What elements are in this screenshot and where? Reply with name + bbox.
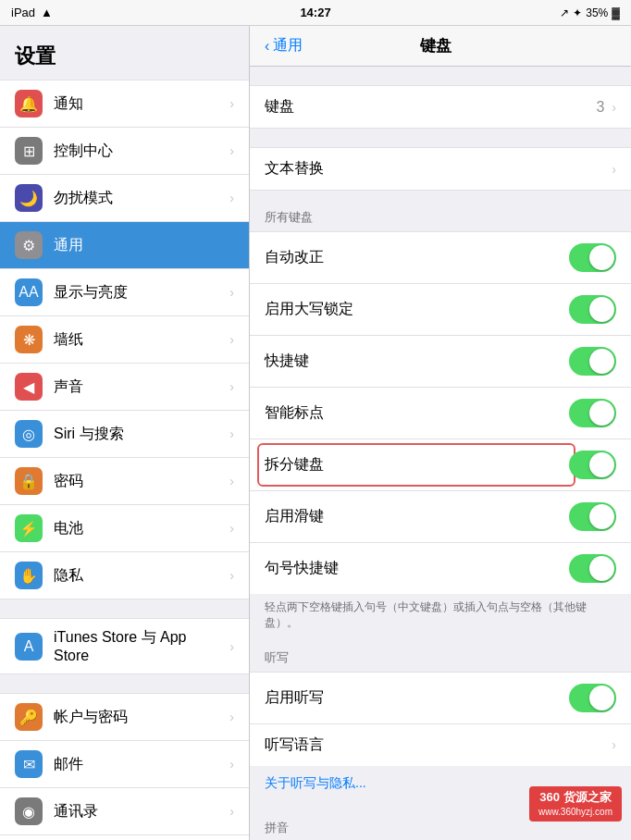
text-replacement-section: 文本替换 › <box>250 147 631 191</box>
sidebar-item-display[interactable]: AA显示与亮度› <box>0 269 249 316</box>
sidebar-item-privacy[interactable]: ✋隐私› <box>0 552 249 599</box>
status-time: 14:27 <box>300 6 330 19</box>
sidebar-chevron-icon: › <box>229 191 234 205</box>
dictation-language-row[interactable]: 听写语言 › <box>250 723 631 766</box>
sidebar-icon-passcode: 🔒 <box>15 467 43 495</box>
status-bar: iPad ▲ 14:27 ↗ ✦ 35% ▓ <box>0 0 631 26</box>
sidebar-chevron-icon: › <box>229 757 234 772</box>
keyboard-chevron-icon: › <box>612 100 616 115</box>
sidebar-chevron-icon: › <box>229 143 234 158</box>
page-title: 键盘 <box>310 35 561 56</box>
sidebar-item-label: 通用 <box>54 236 83 255</box>
split-keyboard-toggle[interactable] <box>569 451 616 479</box>
sidebar-item-notifications[interactable]: 🔔通知› <box>0 80 249 128</box>
slide-keyboard-toggle[interactable] <box>569 502 616 531</box>
watermark-sub: www.360hyzj.com <box>538 806 612 818</box>
sidebar-item-label: 隐私 <box>54 566 83 586</box>
back-chevron-icon: ‹ <box>265 38 269 55</box>
sidebar-chevron-icon: › <box>229 285 234 300</box>
sidebar-chevron-icon: › <box>229 710 234 724</box>
dictation-section: 听写 启用听写 听写语言 › 关于听写与隐私... <box>250 649 631 801</box>
sidebar-item-label: 帐户与密码 <box>54 708 128 727</box>
keyboard-row[interactable]: 键盘 3 › <box>250 85 631 129</box>
sidebar-chevron-icon: › <box>229 568 234 583</box>
caps-lock-toggle[interactable] <box>569 295 616 324</box>
sidebar-item-siri[interactable]: ◎Siri 与搜索› <box>0 411 249 458</box>
sidebar-item-label: 墙纸 <box>54 330 83 350</box>
all-keyboards-section: 所有键盘 自动改正 启用大写锁定 快捷键 智能标点 拆分键盘 <box>250 209 631 631</box>
auto-correct-label: 自动改正 <box>265 248 569 267</box>
sidebar-item-sounds[interactable]: ◀声音› <box>0 364 249 411</box>
caps-lock-label: 启用大写锁定 <box>265 300 569 319</box>
sidebar-item-passcode[interactable]: 🔒密码› <box>0 458 249 505</box>
back-label: 通用 <box>273 36 303 56</box>
content-panel: ‹ 通用 键盘 键盘 3 › 文本替换 › 所有键盘 自动改正 <box>250 26 631 840</box>
sidebar-item-label: 控制中心 <box>54 142 113 161</box>
sidebar-icon-notifications: 🔔 <box>15 90 43 117</box>
slide-keyboard-row[interactable]: 启用滑键 <box>250 490 631 542</box>
sentence-shortcuts-toggle[interactable] <box>569 554 616 583</box>
shortcuts-toggle[interactable] <box>569 347 616 376</box>
status-right: ↗ ✦ 35% ▓ <box>560 6 620 19</box>
sidebar-icon-contacts: ◉ <box>15 797 43 825</box>
content-header: ‹ 通用 键盘 <box>250 26 631 67</box>
sidebar-chevron-icon: › <box>229 804 234 819</box>
keyboard-label: 键盘 <box>265 97 596 117</box>
auto-correct-row[interactable]: 自动改正 <box>250 231 631 283</box>
text-replacement-row[interactable]: 文本替换 › <box>250 147 631 191</box>
sidebar-chevron-icon: › <box>229 332 234 347</box>
bluetooth-icon: ✦ <box>573 6 582 19</box>
sidebar-item-dnd[interactable]: 🌙勿扰模式› <box>0 175 249 222</box>
sidebar-item-label: Siri 与搜索 <box>54 425 124 444</box>
smart-punctuation-label: 智能标点 <box>265 403 569 423</box>
battery-icon: ▓ <box>612 6 620 19</box>
sidebar-item-mail[interactable]: ✉邮件› <box>0 741 249 788</box>
smart-punctuation-row[interactable]: 智能标点 <box>250 387 631 439</box>
sidebar-item-label: 声音 <box>54 377 83 397</box>
sidebar-item-label: 密码 <box>54 472 83 491</box>
sidebar-chevron-icon: › <box>229 96 234 111</box>
sidebar-chevron-icon: › <box>229 521 234 536</box>
enable-dictation-toggle[interactable] <box>569 684 616 712</box>
sentence-shortcuts-label: 句号快捷键 <box>265 559 569 578</box>
sidebar-item-label: 勿扰模式 <box>54 189 113 208</box>
smart-punctuation-toggle[interactable] <box>569 399 616 427</box>
sidebar-item-wallpaper[interactable]: ❋墙纸› <box>0 316 249 364</box>
pinyin-header: 拼音 <box>250 820 631 840</box>
sidebar-title: 设置 <box>0 26 249 80</box>
caps-lock-row[interactable]: 启用大写锁定 <box>250 283 631 335</box>
pinyin-section: 拼音 模糊拼音 › 空格键确认 轻点空格键确认第一个候选项。 <box>250 820 631 840</box>
dictation-language-chevron-icon: › <box>612 737 616 752</box>
main-layout: 设置 🔔通知›⊞控制中心›🌙勿扰模式›⚙通用AA显示与亮度›❋墙纸›◀声音›◎S… <box>0 26 631 840</box>
sidebar-item-accounts[interactable]: 🔑帐户与密码› <box>0 693 249 741</box>
sidebar-item-label: 通知 <box>54 94 83 114</box>
sidebar: 设置 🔔通知›⊞控制中心›🌙勿扰模式›⚙通用AA显示与亮度›❋墙纸›◀声音›◎S… <box>0 26 250 840</box>
sidebar-item-label: 电池 <box>54 519 83 538</box>
enable-dictation-row[interactable]: 启用听写 <box>250 672 631 723</box>
shortcuts-row[interactable]: 快捷键 <box>250 335 631 387</box>
text-replacement-label: 文本替换 <box>265 159 612 179</box>
dictation-language-label: 听写语言 <box>265 735 612 755</box>
sidebar-icon-battery: ⚡ <box>15 514 43 542</box>
sentence-shortcuts-row[interactable]: 句号快捷键 <box>250 542 631 594</box>
sidebar-item-itunes[interactable]: AiTunes Store 与 App Store› <box>0 618 249 674</box>
sidebar-item-calendar[interactable]: ▦日历› <box>0 835 249 840</box>
sidebar-item-general[interactable]: ⚙通用 <box>0 222 249 269</box>
sidebar-items-container: 🔔通知›⊞控制中心›🌙勿扰模式›⚙通用AA显示与亮度›❋墙纸›◀声音›◎Siri… <box>0 80 249 840</box>
sidebar-item-control-center[interactable]: ⊞控制中心› <box>0 128 249 175</box>
sidebar-icon-dnd: 🌙 <box>15 184 43 212</box>
status-left: iPad ▲ <box>11 6 53 19</box>
split-keyboard-label: 拆分键盘 <box>265 455 569 475</box>
watermark: 360 货源之家 www.360hyzj.com <box>529 786 622 821</box>
sidebar-item-battery[interactable]: ⚡电池› <box>0 505 249 552</box>
arrow-icon: ↗ <box>560 6 569 19</box>
keyboard-section: 键盘 3 › <box>250 85 631 129</box>
sidebar-icon-sounds: ◀ <box>15 373 43 401</box>
sidebar-chevron-icon: › <box>229 426 234 441</box>
sidebar-chevron-icon: › <box>229 474 234 488</box>
dictation-header: 听写 <box>250 649 631 672</box>
back-button[interactable]: ‹ 通用 <box>265 36 303 56</box>
split-keyboard-row[interactable]: 拆分键盘 <box>250 439 631 490</box>
sidebar-item-contacts[interactable]: ◉通讯录› <box>0 788 249 835</box>
auto-correct-toggle[interactable] <box>569 243 616 272</box>
